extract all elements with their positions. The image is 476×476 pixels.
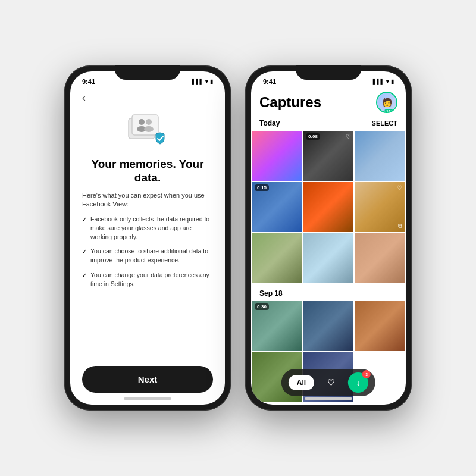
- download-badge: 3: [362, 370, 371, 378]
- bullet-text-3: You can change your data preferences any…: [90, 271, 213, 288]
- home-bar-left: [124, 397, 171, 400]
- photo-cell-12[interactable]: [355, 301, 405, 351]
- time-right: 9:41: [263, 78, 276, 85]
- video-duration-10: 0:30: [255, 303, 269, 310]
- today-label: Today: [259, 119, 280, 127]
- svg-point-2: [139, 119, 145, 125]
- filter-bar: All ♡ ↓ 3: [281, 369, 375, 396]
- notch-right: [296, 65, 361, 80]
- svg-rect-1: [132, 115, 158, 135]
- sep18-label: Sep 18: [259, 289, 283, 298]
- bullet-list: ✓ Facebook only collects the data requir…: [82, 215, 213, 294]
- captures-header: Captures 🧑 100%: [251, 89, 406, 118]
- photo-cell-4[interactable]: 0:15: [252, 182, 302, 232]
- svg-point-3: [146, 119, 152, 125]
- photo-cell-5[interactable]: [303, 182, 353, 232]
- photo-cell-7[interactable]: [252, 233, 302, 283]
- sep18-section-header: Sep 18: [251, 288, 406, 301]
- photo-cell-3[interactable]: [355, 131, 405, 181]
- privacy-icon-area: [126, 112, 169, 148]
- photo-cell-2[interactable]: 0:08 ♡: [303, 131, 353, 181]
- bullet-text-1: Facebook only collects the data required…: [90, 215, 213, 241]
- avatar-badge: 100%: [384, 109, 397, 113]
- photo-cell-1[interactable]: [252, 131, 302, 181]
- photo-cell-9[interactable]: [355, 233, 405, 283]
- today-section-header: Today SELECT: [251, 118, 406, 131]
- notch-left: [115, 65, 180, 80]
- photo-cell-11[interactable]: [303, 301, 353, 351]
- checkmark-1: ✓: [82, 215, 87, 224]
- photo-cell-8[interactable]: [303, 233, 353, 283]
- status-icons-right: ▌▌▌ ▾ ▮: [373, 79, 394, 84]
- select-button[interactable]: SELECT: [372, 120, 397, 127]
- battery-icon-r: ▮: [391, 79, 394, 84]
- avatar[interactable]: 🧑 100%: [376, 92, 397, 113]
- bullet-text-2: You can choose to share additional data …: [90, 247, 213, 264]
- signal-icon: ▌▌▌: [192, 79, 203, 84]
- status-icons-left: ▌▌▌ ▾ ▮: [192, 79, 213, 84]
- privacy-icon: [126, 112, 169, 148]
- wifi-icon: ▾: [205, 79, 208, 84]
- svg-point-5: [144, 126, 154, 132]
- next-btn-wrapper: Next: [82, 366, 213, 393]
- photo-cell-10[interactable]: 0:30: [252, 301, 302, 351]
- video-duration-4: 0:15: [255, 184, 269, 191]
- phone-left: 9:41 ▌▌▌ ▾ ▮ ‹: [64, 65, 231, 411]
- battery-icon: ▮: [210, 79, 213, 84]
- checkmark-2: ✓: [82, 248, 87, 256]
- captures-screen: Captures 🧑 100% Today SELECT 0:08: [251, 89, 406, 405]
- privacy-subtitle: Here's what you can expect when you use …: [82, 191, 213, 209]
- phone-right: 9:41 ▌▌▌ ▾ ▮ Captures 🧑 100% Today SELEC…: [245, 65, 412, 411]
- home-bar-right: [305, 397, 352, 400]
- time-left: 9:41: [82, 78, 95, 85]
- bullet-item-1: ✓ Facebook only collects the data requir…: [82, 215, 213, 241]
- filter-heart-button[interactable]: ♡: [319, 374, 343, 391]
- heart-icon-2: ♡: [346, 133, 351, 140]
- checkmark-3: ✓: [82, 271, 87, 280]
- wifi-icon-r: ▾: [386, 79, 389, 84]
- captures-title: Captures: [259, 94, 321, 111]
- copy-icon-6: ⧉: [398, 223, 402, 230]
- today-grid: 0:08 ♡ 0:15 ♡ ⧉: [251, 131, 406, 283]
- next-button[interactable]: Next: [82, 366, 213, 393]
- privacy-title: Your memories. Your data.: [82, 158, 213, 185]
- photo-cell-6[interactable]: ♡ ⧉: [355, 182, 405, 232]
- download-button[interactable]: ↓ 3: [348, 372, 368, 393]
- video-duration-2: 0:08: [306, 133, 320, 140]
- filter-all-button[interactable]: All: [289, 375, 314, 390]
- photo-grid-scroll[interactable]: 0:08 ♡ 0:15 ♡ ⧉: [251, 131, 406, 405]
- back-button[interactable]: ‹: [82, 89, 86, 107]
- privacy-screen: ‹ Your memories. Your: [70, 89, 225, 405]
- bullet-item-2: ✓ You can choose to share additional dat…: [82, 247, 213, 264]
- heart-icon-6: ♡: [397, 184, 402, 191]
- bullet-item-3: ✓ You can change your data preferences a…: [82, 271, 213, 288]
- signal-icon-r: ▌▌▌: [373, 79, 384, 84]
